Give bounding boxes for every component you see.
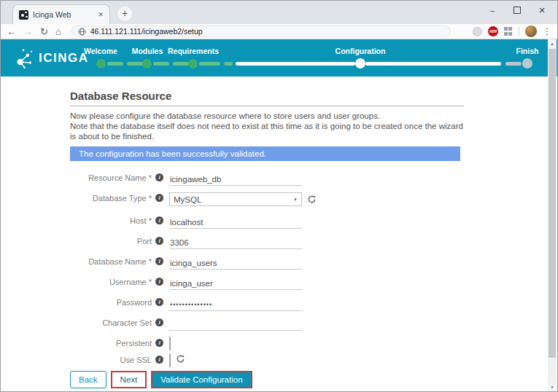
username-input[interactable] xyxy=(169,278,302,290)
toolbar-right: ABP ⋮ xyxy=(473,26,551,37)
browser-titlebar: Icinga Web ✕ + – ✕ xyxy=(1,1,557,24)
form-row-database-name: Database Name * i xyxy=(70,256,549,267)
info-icon[interactable]: i xyxy=(155,257,163,265)
validate-configuration-button[interactable]: Validate Configuration xyxy=(151,371,252,388)
home-icon[interactable]: ⌂ xyxy=(55,27,61,36)
tab-close-icon[interactable]: ✕ xyxy=(98,11,104,18)
profile-avatar[interactable] xyxy=(525,26,537,37)
character-set-input[interactable] xyxy=(169,318,302,331)
page-scrollbar[interactable]: ▲ ▼ xyxy=(548,39,557,392)
back-icon[interactable]: ← xyxy=(7,27,16,36)
info-icon[interactable]: i xyxy=(155,173,163,181)
minimize-button[interactable]: – xyxy=(487,6,497,15)
progress-segment xyxy=(236,62,355,66)
character-set-label: Character Set xyxy=(70,317,152,327)
info-icon[interactable]: i xyxy=(155,298,163,306)
reload-icon[interactable]: ↻ xyxy=(40,27,48,36)
progress-segment xyxy=(365,62,501,66)
username-label: Username * xyxy=(70,276,152,286)
progress-segment xyxy=(127,62,144,66)
database-type-label: Database Type * xyxy=(70,192,152,203)
info-icon[interactable]: i xyxy=(155,216,163,224)
form-row-port: Port i xyxy=(70,235,549,247)
progress-segment xyxy=(107,62,123,66)
resource-name-label: Resource Name * xyxy=(70,172,152,182)
icinga-logo: ICINGA xyxy=(11,45,89,71)
port-input[interactable] xyxy=(169,237,302,249)
form-row-character-set: Character Set i xyxy=(70,317,549,329)
password-label: Password xyxy=(70,297,152,307)
persistent-label: Persistent xyxy=(70,337,152,348)
refresh-icon[interactable] xyxy=(307,195,317,204)
extension-grid-icon[interactable] xyxy=(504,27,513,36)
form-row-persistent: Persistent i xyxy=(70,337,549,347)
progress-segment xyxy=(224,62,233,66)
next-button[interactable]: Next xyxy=(111,371,147,388)
description-line: Now please configure the database resour… xyxy=(70,111,468,121)
address-bar[interactable]: 46.111.121.111/icingaweb2/setup xyxy=(71,26,451,37)
scroll-down-icon[interactable]: ▼ xyxy=(548,383,557,392)
step-dot-requirements xyxy=(188,59,198,68)
step-dot-welcome xyxy=(96,59,106,68)
new-tab-button[interactable]: + xyxy=(117,7,132,21)
step-configuration: Configuration xyxy=(336,47,386,55)
database-type-select[interactable]: MySQL ▼ xyxy=(169,192,302,206)
form-row-resource-name: Resource Name * i xyxy=(70,172,549,184)
database-name-input[interactable] xyxy=(169,257,302,270)
toolbar-separator xyxy=(519,27,519,36)
description-line: Note that the database itself does not n… xyxy=(70,121,468,141)
icinga-logo-text: ICINGA xyxy=(39,51,89,66)
page-description: Now please configure the database resour… xyxy=(70,111,468,141)
globe-icon xyxy=(78,28,86,36)
use-ssl-label: Use SSL xyxy=(70,354,152,364)
use-ssl-checkbox[interactable] xyxy=(169,353,171,367)
url-text[interactable]: 46.111.121.111/icingaweb2/setup xyxy=(90,27,203,36)
extension-icon[interactable] xyxy=(473,27,482,36)
browser-tab[interactable]: Icinga Web ✕ xyxy=(12,4,110,24)
chevron-down-icon: ▼ xyxy=(293,197,298,202)
browser-toolbar: ← → ↻ ⌂ 46.111.121.111/icingaweb2/setup … xyxy=(1,24,557,39)
setup-content: Database Resource Now please configure t… xyxy=(1,77,549,392)
step-requirements: Requirements xyxy=(168,47,219,55)
info-icon[interactable]: i xyxy=(155,237,163,245)
port-label: Port xyxy=(70,235,152,246)
progress-segment xyxy=(199,62,220,66)
icinga-header: ICINGA Welcome Modules Requirements Conf… xyxy=(1,39,557,77)
refresh-icon[interactable] xyxy=(176,354,185,364)
scroll-up-icon[interactable]: ▲ xyxy=(548,39,557,49)
step-dot-configuration xyxy=(355,58,365,68)
database-resource-form: Resource Name * i Database Type * i MySQ… xyxy=(70,172,549,388)
adblock-icon[interactable]: ABP xyxy=(488,26,498,36)
password-input[interactable] xyxy=(169,299,302,311)
host-label: Host * xyxy=(70,215,152,225)
forward-icon[interactable]: → xyxy=(23,27,33,36)
icinga-logo-icon xyxy=(11,45,36,71)
persistent-checkbox[interactable] xyxy=(169,337,171,350)
step-welcome: Welcome xyxy=(84,47,117,55)
form-row-database-type: Database Type * i MySQL ▼ xyxy=(70,192,549,206)
info-icon[interactable]: i xyxy=(155,356,163,364)
database-name-label: Database Name * xyxy=(70,256,152,266)
host-input[interactable] xyxy=(169,216,302,229)
icinga-favicon-icon xyxy=(19,10,28,20)
resource-name-input[interactable] xyxy=(169,173,302,186)
form-row-password: Password i xyxy=(70,297,549,308)
step-dot-finish xyxy=(522,58,532,68)
close-window-button[interactable]: ✕ xyxy=(537,6,547,15)
back-button[interactable]: Back xyxy=(70,371,106,388)
info-icon[interactable]: i xyxy=(155,278,163,286)
scrollbar-thumb[interactable] xyxy=(549,49,556,358)
form-buttons: Back Next Validate Configuration xyxy=(70,371,549,388)
step-finish: Finish xyxy=(516,47,539,55)
info-icon[interactable]: i xyxy=(155,339,163,347)
info-icon[interactable]: i xyxy=(155,194,163,202)
success-banner: The configuration has been successfully … xyxy=(70,146,460,161)
maximize-button[interactable] xyxy=(514,7,521,14)
database-type-value: MySQL xyxy=(174,195,201,204)
progress-segment xyxy=(153,62,169,66)
form-row-username: Username * i xyxy=(70,276,549,288)
browser-menu-icon[interactable]: ⋮ xyxy=(543,26,551,36)
page-title: Database Resource xyxy=(70,90,464,102)
title-divider xyxy=(70,106,464,106)
info-icon[interactable]: i xyxy=(155,318,163,326)
